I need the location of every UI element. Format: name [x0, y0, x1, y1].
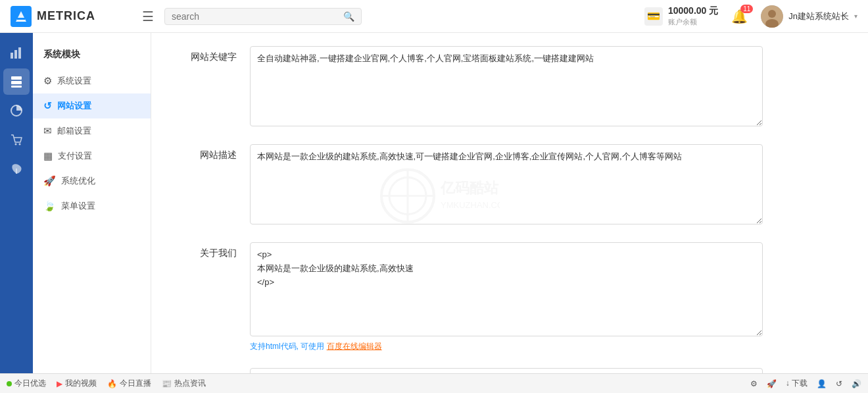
sidebar [0, 33, 33, 373]
wallet-icon: 💳 [644, 7, 663, 26]
gear-icon: ⚙ [43, 75, 52, 87]
svg-rect-14 [18, 47, 21, 59]
baidu-editor-link[interactable]: 百度在线编辑器 [327, 342, 382, 351]
svg-rect-16 [11, 81, 22, 84]
keywords-textarea[interactable]: 全自动建站神器,一键搭建企业官网,个人博客,个人官网,宝塔面板建站系统,一键搭建… [250, 46, 763, 126]
nav-item-label: 网站设置 [57, 100, 91, 112]
news-icon: 📰 [162, 379, 172, 388]
balance-label: 账户余额 [668, 17, 718, 27]
bottom-bar-item-today[interactable]: 今日优选 [7, 378, 46, 389]
bottom-bar-item-live[interactable]: 🔥 今日直播 [107, 378, 151, 389]
nav-item-system-optimize[interactable]: 🚀 系统优化 [33, 169, 151, 194]
email-icon: ✉ [43, 125, 52, 137]
search-icon[interactable]: 🔍 [343, 11, 354, 22]
header: METRICA ☰ 🔍 💳 10000.00 元 账户余额 🔔 11 [0, 0, 868, 33]
field-control-contact: <p> 电话：123456 <br> Q Q：123456<br> 微信：123… [250, 368, 763, 373]
user-area[interactable]: Jn建站系统站长 ▾ [761, 5, 857, 28]
news-label: 热点资讯 [174, 378, 206, 389]
logo-area: METRICA [11, 6, 142, 27]
form-row-keywords: 网站关键字 全自动建站神器,一键搭建企业官网,个人博客,个人官网,宝塔面板建站系… [171, 46, 848, 128]
sidebar-item-pie[interactable] [3, 97, 30, 124]
nav-item-label: 菜单设置 [61, 200, 95, 212]
bottom-bar-item-video[interactable]: ▶ 我的视频 [57, 378, 97, 389]
content-area: 网站关键字 全自动建站神器,一键搭建企业官网,个人博客,个人官网,宝塔面板建站系… [151, 33, 868, 373]
field-label-contact: 联系我们 [171, 368, 250, 373]
balance-area: 💳 10000.00 元 账户余额 [644, 5, 718, 27]
svg-rect-8 [17, 18, 25, 20]
svg-point-19 [15, 144, 17, 145]
nav-item-label: 支付设置 [58, 150, 92, 162]
rocket-bottom-icon[interactable]: 🚀 [767, 379, 777, 388]
nav-item-menu-settings[interactable]: 🍃 菜单设置 [33, 194, 151, 219]
sidebar-item-leaf[interactable] [3, 155, 30, 182]
video-icon: ▶ [57, 379, 62, 388]
svg-rect-17 [11, 86, 22, 88]
contact-textarea[interactable]: <p> 电话：123456 <br> Q Q：123456<br> 微信：123… [250, 368, 763, 373]
nav-item-system-settings[interactable]: ⚙ 系统设置 [33, 68, 151, 93]
video-label: 我的视频 [65, 378, 97, 389]
nav-item-website-settings[interactable]: ↺ 网站设置 [33, 93, 151, 118]
notification-badge: 11 [740, 5, 753, 13]
bottom-bar-right: ⚙ 🚀 ↓ 下载 👤 ↺ 🔊 [750, 378, 861, 389]
nav-item-label: 系统设置 [57, 75, 91, 87]
user-name: Jn建站系统站长 [788, 11, 849, 22]
nav-section-title: 系统模块 [33, 43, 151, 68]
avatar [761, 5, 783, 28]
live-label: 今日直播 [120, 378, 151, 389]
sidebar-item-layers[interactable] [3, 68, 30, 95]
form-row-about: 关于我们 <p> 本网站是一款企业级的建站系统,高效快速 </p> 支持html… [171, 242, 848, 352]
bottom-bar-item-news[interactable]: 📰 热点资讯 [162, 378, 206, 389]
field-control-keywords: 全自动建站神器,一键搭建企业官网,个人博客,个人官网,宝塔面板建站系统,一键搭建… [250, 46, 763, 128]
rocket-icon: 🚀 [43, 175, 56, 187]
today-dot [7, 381, 12, 386]
sidebar-item-cart[interactable] [3, 126, 30, 153]
field-control-description: 本网站是一款企业级的建站系统,高效快速,可一键搭建企业官网,企业博客,企业宣传网… [250, 144, 763, 226]
form-row-description: 网站描述 本网站是一款企业级的建站系统,高效快速,可一键搭建企业官网,企业博客,… [171, 144, 848, 226]
field-label-about: 关于我们 [171, 242, 250, 259]
svg-rect-15 [11, 76, 22, 80]
settings-icon[interactable]: ⚙ [750, 379, 758, 388]
about-textarea[interactable]: <p> 本网站是一款企业级的建站系统,高效快速 </p> [250, 242, 763, 336]
logo-icon [11, 6, 32, 27]
svg-rect-12 [11, 53, 13, 59]
volume-icon[interactable]: 🔊 [852, 379, 861, 388]
search-box: 🔍 [164, 8, 362, 25]
user-bottom-icon[interactable]: 👤 [817, 379, 827, 388]
nav-item-label: 系统优化 [61, 175, 95, 187]
download-label[interactable]: ↓ 下载 [786, 378, 808, 389]
nav-item-label: 邮箱设置 [57, 125, 91, 137]
menu-leaf-icon: 🍃 [43, 200, 56, 212]
bottom-bar: 今日优选 ▶ 我的视频 🔥 今日直播 📰 热点资讯 ⚙ 🚀 ↓ 下载 👤 ↺ 🔊 [0, 373, 868, 393]
description-textarea[interactable]: 本网站是一款企业级的建站系统,高效快速,可一键搭建企业官网,企业博客,企业宣传网… [250, 144, 763, 224]
refresh-icon: ↺ [43, 100, 52, 112]
field-label-keywords: 网站关键字 [171, 46, 250, 63]
field-control-about: <p> 本网站是一款企业级的建站系统,高效快速 </p> 支持html代码, 可… [250, 242, 763, 352]
field-label-description: 网站描述 [171, 144, 250, 161]
balance-info: 10000.00 元 账户余额 [668, 5, 718, 27]
payment-icon: ▦ [43, 150, 53, 162]
about-hint: 支持html代码, 可使用 百度在线编辑器 [250, 341, 763, 352]
dropdown-arrow-icon: ▾ [854, 13, 857, 20]
refresh-bottom-icon[interactable]: ↺ [836, 379, 842, 388]
nav-item-email-settings[interactable]: ✉ 邮箱设置 [33, 118, 151, 144]
header-right: 💳 10000.00 元 账户余额 🔔 11 Jn建站系统站长 ▾ [644, 5, 857, 28]
svg-point-10 [768, 10, 776, 18]
left-nav: 系统模块 ⚙ 系统设置 ↺ 网站设置 ✉ 邮箱设置 ▦ 支付设置 🚀 系统优化 … [33, 33, 151, 373]
live-icon: 🔥 [107, 379, 117, 388]
logo-text: METRICA [37, 9, 95, 23]
hint-prefix: 支持html代码, 可使用 [250, 342, 327, 351]
sidebar-item-chart[interactable] [3, 39, 30, 66]
svg-rect-13 [14, 50, 17, 59]
nav-item-payment-settings[interactable]: ▦ 支付设置 [33, 144, 151, 169]
balance-amount: 10000.00 元 [668, 5, 718, 17]
main-layout: 系统模块 ⚙ 系统设置 ↺ 网站设置 ✉ 邮箱设置 ▦ 支付设置 🚀 系统优化 … [0, 33, 868, 373]
form-row-contact: 联系我们 <p> 电话：123456 <br> Q Q：123456<br> 微… [171, 368, 848, 373]
notification-area[interactable]: 🔔 11 [731, 9, 748, 24]
hamburger-menu[interactable]: ☰ [142, 9, 154, 24]
today-label: 今日优选 [14, 378, 46, 389]
search-input[interactable] [172, 11, 343, 22]
svg-point-20 [19, 144, 21, 145]
